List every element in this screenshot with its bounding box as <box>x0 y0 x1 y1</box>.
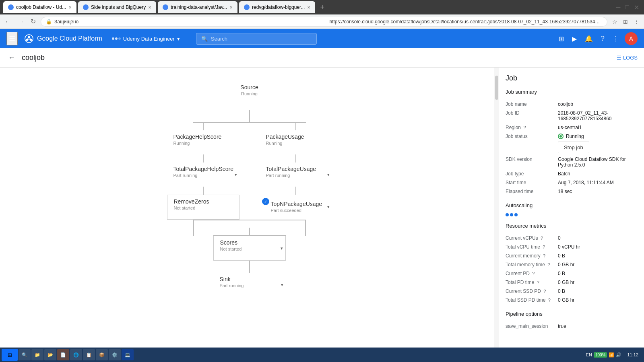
job-id-value: 2018-08-07_02_11_43-16852392707781534860 <box>558 109 638 123</box>
taskbar-app-3[interactable]: 📂 <box>44 349 56 360</box>
remove-zeros-status: Not started <box>174 206 233 210</box>
start-button[interactable]: ⊞ <box>2 349 18 361</box>
taskbar-app-2[interactable]: 📁 <box>31 349 43 360</box>
save-main-session-row: save_main_session true <box>506 322 638 331</box>
v-merge-center <box>249 228 250 236</box>
vcpu-time-help-icon[interactable]: ? <box>543 245 545 249</box>
more-options-button[interactable]: ⋮ <box>610 33 621 45</box>
stop-job-button[interactable]: Stop job <box>558 142 589 153</box>
total-pkg-usage-node[interactable]: TotalPackageUsage Part running ▾ <box>260 162 332 187</box>
memory-help-icon[interactable]: ? <box>543 253 545 258</box>
tab-4[interactable]: redvg/dataflow-bigquer... ✕ <box>239 1 315 13</box>
help-button[interactable]: ? <box>599 33 607 45</box>
taskbar-right: EN 100% 📶 🔊 11:12 <box>583 352 642 358</box>
user-avatar[interactable]: A <box>625 32 638 45</box>
start-time-label: Start time <box>506 178 558 187</box>
scores-node[interactable]: Scores Not started ▾ <box>213 236 286 261</box>
region-help-icon[interactable]: ? <box>523 125 526 130</box>
settings-button[interactable]: ⋮ <box>632 17 641 27</box>
taskbar-app-6[interactable]: 📋 <box>83 349 95 360</box>
nav-menu-button[interactable]: ☰ <box>6 32 18 45</box>
taskbar-app-9[interactable]: 💻 <box>122 349 134 360</box>
header-actions: ⊞ ▶ 🔔 ? ⋮ A <box>556 32 638 45</box>
forward-nav-button[interactable]: → <box>16 16 26 27</box>
source-node[interactable]: Source Running <box>213 80 286 110</box>
back-nav-button[interactable]: ← <box>3 16 13 27</box>
job-id-row: Job ID 2018-08-07_02_11_43-1685239270778… <box>506 109 638 123</box>
main-wrapper: Source Running <box>0 68 644 348</box>
vcpu-help-icon[interactable]: ? <box>541 236 543 241</box>
address-bar[interactable]: 🔒 Защищено https://console.cloud.google.… <box>41 17 607 27</box>
scrollbar[interactable] <box>494 68 499 348</box>
remove-zeros-node[interactable]: RemoveZeros Not started <box>167 195 239 220</box>
ssd-pd-time-label: Total SSD PD time ? <box>506 296 558 304</box>
gcp-header: ☰ Google Cloud Platform Udemy Data Engin… <box>0 29 644 48</box>
taskbar-app-7[interactable]: 📦 <box>96 349 108 360</box>
scrollbar-thumb[interactable] <box>495 76 498 100</box>
connector-right-1 <box>295 122 296 130</box>
apps-grid-button[interactable]: ⊞ <box>556 33 566 45</box>
cloud-shell-button[interactable]: ▶ <box>570 33 579 45</box>
pd-help-icon[interactable]: ? <box>532 271 535 276</box>
notifications-button[interactable]: 🔔 <box>582 33 595 45</box>
top-n-node[interactable]: ✓ TopNPackageUsage Part succeeded ▾ <box>260 195 332 219</box>
pkg-usage-status: Running <box>266 141 326 146</box>
svg-line-5 <box>29 37 31 40</box>
remove-zeros-title: RemoveZeros <box>174 198 233 205</box>
taskbar-app-1[interactable]: 🔍 <box>19 349 31 360</box>
logs-icon: ☰ <box>617 55 621 61</box>
taskbar-app-5[interactable]: 🌐 <box>70 349 82 360</box>
taskbar-app-4[interactable]: 📄 <box>57 349 69 360</box>
refresh-button[interactable]: ↻ <box>29 16 37 27</box>
tab-2[interactable]: Side inputs and BigQuery ✕ <box>78 1 156 13</box>
ssd-pd-time-help-icon[interactable]: ? <box>548 298 551 302</box>
autoscaling-indicator <box>506 213 638 216</box>
logs-link[interactable]: ☰ LOGS <box>617 55 638 61</box>
project-selector[interactable]: Udemy Data Engineer ▾ <box>109 34 183 43</box>
tab-active[interactable]: cooljob Dataflow - Ud... ✕ <box>3 1 76 13</box>
tab-close-2[interactable]: ✕ <box>148 5 151 10</box>
sink-status: Part running <box>220 283 279 288</box>
connector-left-3 <box>203 187 204 195</box>
ssd-pd-help-icon[interactable]: ? <box>543 289 546 294</box>
connector-right-3 <box>295 187 296 195</box>
tab-favicon <box>8 4 14 10</box>
search-bar[interactable]: 🔍 Search <box>196 33 317 45</box>
taskbar-app-8[interactable]: ⚙️ <box>109 349 121 360</box>
sdk-value: Google Cloud Dataflow SDK for Python 2.5… <box>558 155 638 169</box>
pd-time-help-icon[interactable]: ? <box>537 280 539 285</box>
tab-close-4[interactable]: ✕ <box>307 5 310 10</box>
tab-favicon-3 <box>163 4 168 10</box>
pd-time-value: 0 GB hr <box>558 278 638 287</box>
remove-zeros-inner: RemoveZeros Not started <box>167 195 239 219</box>
ssd-pd-row: Current SSD PD ? 0 B <box>506 287 638 296</box>
pipeline-area[interactable]: Source Running <box>0 68 499 348</box>
memory-row: Current memory ? 0 B <box>506 251 638 260</box>
bookmark-button[interactable]: ☆ <box>611 17 619 27</box>
new-tab-button[interactable]: + <box>317 2 328 13</box>
total-pkg-help-status: Part running <box>173 173 233 178</box>
back-button[interactable]: ← <box>6 52 17 64</box>
tab-close-btn[interactable]: ✕ <box>68 5 72 10</box>
memory-time-help-icon[interactable]: ? <box>547 262 550 267</box>
extensions-button[interactable]: ⊞ <box>621 17 630 27</box>
close-button[interactable]: ✕ <box>632 2 641 13</box>
pkg-usage-node[interactable]: PackageUsage Running <box>260 130 332 154</box>
pd-time-row: Total PD time ? 0 GB hr <box>506 278 638 287</box>
ssd-pd-value: 0 B <box>558 287 638 296</box>
battery-indicator: 100% <box>594 352 607 358</box>
pkg-help-status: Running <box>173 141 233 146</box>
maximize-button[interactable]: □ <box>623 2 631 12</box>
elapsed-time-label: Elapsed time <box>506 187 558 196</box>
top-n-title: TopNPackageUsage <box>271 201 326 207</box>
minimize-button[interactable]: ─ <box>614 2 622 12</box>
pkg-help-node[interactable]: PackageHelpScore Running <box>167 130 239 154</box>
job-name-label: Job name <box>506 100 558 109</box>
gcp-logo-icon <box>24 34 34 43</box>
status-running-indicator: Running <box>558 134 638 139</box>
tab-close-3[interactable]: ✕ <box>229 5 233 10</box>
total-pkg-help-node[interactable]: TotalPackageHelpScore Part running ▾ <box>167 162 239 187</box>
sink-node[interactable]: Sink Part running ▾ <box>213 273 286 297</box>
tab-3[interactable]: training-data-analyst/Jav... ✕ <box>158 1 237 13</box>
memory-label: Current memory ? <box>506 251 558 260</box>
